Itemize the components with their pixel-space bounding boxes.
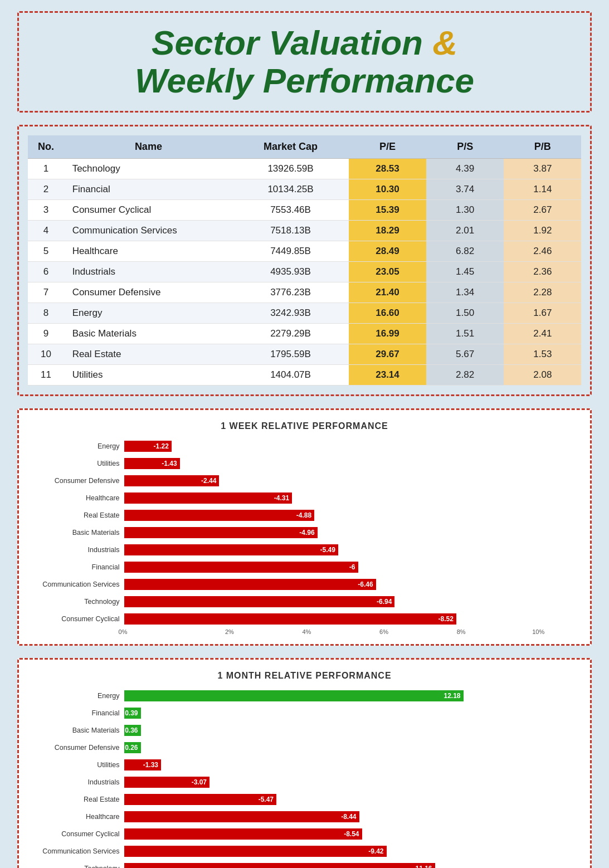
table-row: 4 Communication Services 7518.13B 18.29 … [28, 221, 582, 241]
bar-container: -8.54 [124, 828, 577, 840]
cell-ps: 3.74 [426, 179, 504, 200]
cell-mc: 1795.59B [232, 344, 349, 365]
col-header-mc: Market Cap [232, 135, 349, 159]
cell-pe: 23.05 [349, 262, 426, 282]
cell-ps: 5.67 [426, 344, 504, 365]
cell-no: 10 [28, 344, 65, 365]
cell-mc: 4935.93B [232, 262, 349, 282]
cell-ps: 1.45 [426, 262, 504, 282]
cell-no: 6 [28, 262, 65, 282]
cell-no: 5 [28, 241, 65, 262]
bar-container: -6.94 [124, 596, 577, 608]
week-chart-title: 1 WEEK RELATIVE PERFORMANCE [32, 421, 577, 431]
bar-container: 12.18 [124, 690, 577, 702]
bar: -4.31 [124, 492, 293, 504]
bar-label: Consumer Cyclical [38, 830, 124, 838]
bar-container: -8.52 [124, 613, 577, 625]
bar: -1.43 [124, 458, 180, 469]
bar: -5.47 [124, 794, 277, 805]
cell-no: 2 [28, 179, 65, 200]
table-header-row: No. Name Market Cap P/E P/S P/B [28, 135, 582, 159]
table-body: 1 Technology 13926.59B 28.53 4.39 3.87 2… [28, 159, 582, 386]
bar-label: Basic Materials [38, 726, 124, 734]
month-chart-area: Energy12.18Financial0.39Basic Materials0… [32, 689, 577, 868]
header-title: Sector Valuation & Weekly Performance [41, 24, 568, 100]
cell-pb: 2.36 [504, 262, 581, 282]
cell-ps: 2.82 [426, 365, 504, 386]
bar: -6.94 [124, 596, 395, 607]
bar: -1.22 [124, 441, 172, 452]
col-header-pe: P/E [349, 135, 426, 159]
bar-container: -5.49 [124, 544, 577, 556]
cell-pb: 1.92 [504, 221, 581, 241]
bar-container: 0.26 [124, 742, 577, 754]
x-axis-label: 10% [500, 628, 577, 635]
cell-name: Consumer Cyclical [65, 200, 233, 221]
cell-ps: 4.39 [426, 159, 504, 179]
cell-pe: 23.14 [349, 365, 426, 386]
bar-row: Basic Materials0.36 [38, 723, 577, 738]
bar-container: -8.44 [124, 811, 577, 823]
cell-no: 7 [28, 282, 65, 303]
bar-label: Real Estate [38, 796, 124, 803]
cell-pe: 18.29 [349, 221, 426, 241]
cell-pe: 28.53 [349, 159, 426, 179]
bar-label: Real Estate [38, 511, 124, 519]
bar-row: Consumer Defensive-2.44 [38, 474, 577, 488]
cell-mc: 1404.07B [232, 365, 349, 386]
bar-label: Technology [38, 598, 124, 606]
bar-label: Consumer Defensive [38, 744, 124, 752]
bar: -6.46 [124, 579, 376, 590]
cell-no: 8 [28, 303, 65, 324]
week-chart-area: Energy-1.22Utilities-1.43Consumer Defens… [32, 439, 577, 626]
col-header-name: Name [65, 135, 233, 159]
bar-label: Energy [38, 442, 124, 450]
cell-mc: 10134.25B [232, 179, 349, 200]
table-row: 3 Consumer Cyclical 7553.46B 15.39 1.30 … [28, 200, 582, 221]
cell-pe: 16.60 [349, 303, 426, 324]
x-axis-label: 6% [345, 628, 423, 635]
cell-mc: 7449.85B [232, 241, 349, 262]
bar-container: -4.96 [124, 526, 577, 539]
month-chart-title: 1 MONTH RELATIVE PERFORMANCE [32, 671, 577, 681]
cell-no: 11 [28, 365, 65, 386]
bar-label: Healthcare [38, 494, 124, 502]
bar: -8.52 [124, 613, 456, 625]
bar: -8.54 [124, 828, 362, 840]
cell-mc: 3776.23B [232, 282, 349, 303]
bar-row: Technology-6.94 [38, 594, 577, 609]
bar-row: Communication Services-9.42 [38, 844, 577, 859]
bar-label: Financial [38, 563, 124, 571]
week-chart-box: 1 WEEK RELATIVE PERFORMANCE Energy-1.22U… [17, 408, 592, 646]
bar-container: -1.22 [124, 440, 577, 452]
bar-container: 0.36 [124, 724, 577, 737]
bar: -4.96 [124, 527, 318, 538]
col-header-no: No. [28, 135, 65, 159]
cell-pb: 1.53 [504, 344, 581, 365]
bar-label: Consumer Defensive [38, 477, 124, 485]
bar: -2.44 [124, 475, 220, 486]
cell-name: Utilities [65, 365, 233, 386]
cell-pe: 29.67 [349, 344, 426, 365]
x-axis-label: 4% [268, 628, 345, 635]
cell-no: 1 [28, 159, 65, 179]
bar-row: Consumer Defensive0.26 [38, 740, 577, 755]
bar-container: -9.42 [124, 845, 577, 857]
cell-name: Communication Services [65, 221, 233, 241]
col-header-pb: P/B [504, 135, 581, 159]
cell-pb: 2.67 [504, 200, 581, 221]
bar-label: Financial [38, 709, 124, 717]
bar-row: Industrials-5.49 [38, 543, 577, 557]
table-row: 11 Utilities 1404.07B 23.14 2.82 2.08 [28, 365, 582, 386]
month-chart-box: 1 MONTH RELATIVE PERFORMANCE Energy12.18… [17, 658, 592, 868]
bar-label: Energy [38, 692, 124, 700]
table-row: 8 Energy 3242.93B 16.60 1.50 1.67 [28, 303, 582, 324]
bar-row: Real Estate-4.88 [38, 508, 577, 523]
bar-container: -1.33 [124, 759, 577, 771]
bar-label: Utilities [38, 761, 124, 769]
bar-container: -1.43 [124, 457, 577, 470]
cell-mc: 7553.46B [232, 200, 349, 221]
bar-label: Basic Materials [38, 529, 124, 537]
title-line1: Sector Valuation [152, 23, 423, 62]
bar-row: Energy12.18 [38, 689, 577, 703]
